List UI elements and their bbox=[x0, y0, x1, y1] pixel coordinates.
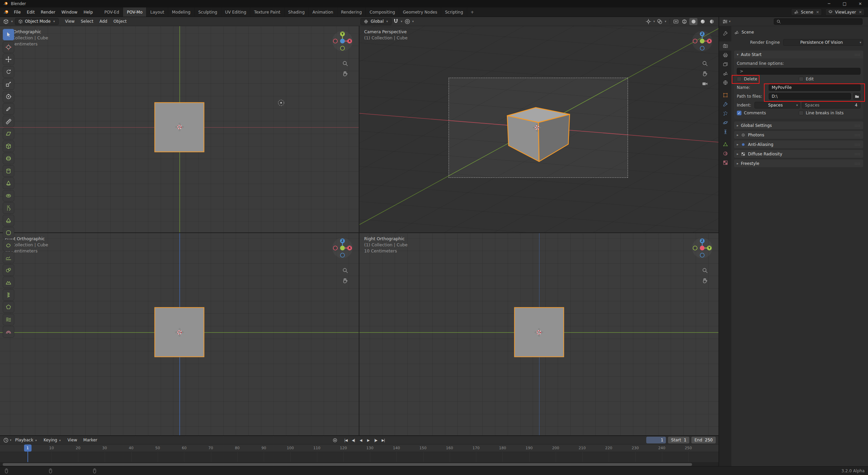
command-line-input[interactable]: > bbox=[737, 68, 861, 75]
tool-add-prism[interactable] bbox=[3, 215, 14, 226]
tool-add-rainbow[interactable] bbox=[3, 326, 14, 338]
vp-menu-select[interactable]: Select bbox=[78, 18, 96, 25]
tool-add-spring[interactable] bbox=[3, 289, 14, 301]
viewlayer-selector[interactable]: ViewLayer × bbox=[825, 8, 865, 16]
timeline-editor-icon[interactable] bbox=[3, 437, 9, 443]
pan-icon[interactable] bbox=[702, 70, 708, 77]
tool-transform[interactable] bbox=[3, 91, 14, 102]
start-frame-field[interactable]: Start 1 bbox=[668, 437, 689, 443]
tool-add-loft[interactable] bbox=[3, 314, 14, 325]
navigation-gizmo[interactable]: ZX bbox=[691, 30, 713, 52]
properties-tab-modifiers[interactable] bbox=[719, 100, 731, 109]
menu-window[interactable]: Window bbox=[58, 8, 80, 16]
viewport-front-orthographic[interactable]: Front Orthographic (1) Collection | Cube… bbox=[0, 233, 359, 435]
frame-ruler[interactable]: 1020304050607080901001101201301401501601… bbox=[0, 444, 718, 452]
unlink-scene-button[interactable]: × bbox=[816, 10, 819, 14]
workspace-tab-layout[interactable]: Layout bbox=[146, 7, 168, 17]
edit-checkbox[interactable]: Edit bbox=[799, 77, 861, 81]
workspace-tab-uv-editing[interactable]: UV Editing bbox=[221, 7, 251, 17]
tool-move[interactable] bbox=[3, 54, 14, 65]
timeline-play-reverse-button[interactable]: ◀ bbox=[357, 437, 364, 443]
properties-tab-tool[interactable] bbox=[719, 29, 731, 38]
comments-checkbox[interactable]: ✓ Comments bbox=[737, 111, 799, 115]
vp-menu-object[interactable]: Object bbox=[110, 18, 130, 25]
timeline-menu-keying[interactable]: Keying ▾ bbox=[40, 436, 64, 444]
properties-tab-constraints[interactable] bbox=[719, 127, 731, 136]
timeline-menu-view[interactable]: View bbox=[64, 436, 80, 444]
timeline-jump-end-button[interactable]: ▶| bbox=[379, 437, 387, 443]
cube-object[interactable] bbox=[514, 307, 564, 357]
panel-auto-start[interactable]: ▾ Auto Start :::: bbox=[734, 51, 863, 58]
timeline-next-keyframe-button[interactable]: |▶ bbox=[372, 437, 379, 443]
scrollbar-thumb[interactable] bbox=[3, 463, 692, 466]
maximize-button[interactable]: □ bbox=[837, 0, 852, 7]
tool-add-sphere[interactable] bbox=[3, 153, 14, 164]
shading-wireframe-button[interactable] bbox=[680, 18, 688, 25]
properties-tab-render[interactable] bbox=[719, 41, 731, 51]
workspace-tab-rendering[interactable]: Rendering bbox=[337, 7, 366, 17]
zoom-icon[interactable] bbox=[702, 267, 708, 274]
remove-viewlayer-button[interactable]: × bbox=[859, 10, 862, 14]
workspace-tab-compositing[interactable]: Compositing bbox=[366, 7, 399, 17]
orientation-select[interactable]: Global▾ bbox=[360, 18, 392, 25]
proportional-edit-icon[interactable] bbox=[404, 18, 411, 25]
breadcrumb[interactable]: Scene bbox=[734, 29, 863, 36]
render-engine-select[interactable]: Persistence Of Vision ▾ bbox=[783, 39, 863, 46]
properties-editor-icon[interactable] bbox=[722, 18, 728, 25]
properties-tab-physics[interactable] bbox=[719, 118, 731, 127]
workspace-tab-sculpting[interactable]: Sculpting bbox=[195, 7, 221, 17]
gizmos-toggle-icon[interactable] bbox=[645, 18, 652, 25]
tool-add-parametric[interactable] bbox=[3, 252, 14, 263]
properties-tab-material[interactable] bbox=[719, 149, 731, 158]
navigation-gizmo[interactable]: YX bbox=[332, 30, 353, 52]
tool-annotate[interactable] bbox=[3, 103, 14, 115]
workspace-tab-modeling[interactable]: Modeling bbox=[168, 7, 195, 17]
viewport-camera-perspective[interactable]: Camera Perspective (1) Collection | Cube… bbox=[359, 26, 718, 232]
timeline-body[interactable]: 1020304050607080901001101201301401501601… bbox=[0, 444, 718, 462]
delete-checkbox[interactable]: Delete bbox=[737, 77, 799, 81]
blender-menu-icon[interactable] bbox=[3, 9, 9, 15]
tool-scale[interactable] bbox=[3, 78, 14, 90]
tool-add-blob[interactable] bbox=[3, 264, 14, 276]
timeline-menu-marker[interactable]: Marker bbox=[80, 436, 100, 444]
panel-diffuse-radiosity[interactable]: ▸Diffuse Radiosity:::: bbox=[734, 150, 863, 158]
tool-rotate[interactable] bbox=[3, 66, 14, 78]
tool-add-lathe[interactable] bbox=[3, 202, 14, 214]
workspace-tab-scripting[interactable]: Scripting bbox=[441, 7, 467, 17]
properties-search-input[interactable] bbox=[774, 18, 863, 25]
line-breaks-checkbox[interactable]: Line breaks in lists bbox=[799, 111, 861, 115]
viewport-right-orthographic[interactable]: Right Orthographic (1) Collection | Cube… bbox=[359, 233, 718, 435]
properties-tab-world[interactable] bbox=[719, 78, 731, 87]
close-button[interactable]: × bbox=[852, 0, 868, 7]
tool-add-cylinder[interactable] bbox=[3, 165, 14, 177]
zoom-icon[interactable] bbox=[342, 60, 349, 67]
pan-icon[interactable] bbox=[702, 277, 708, 284]
overlays-toggle-icon[interactable] bbox=[656, 18, 663, 25]
tool-add-heightfield[interactable] bbox=[3, 277, 14, 288]
tool-add-plane[interactable] bbox=[3, 128, 14, 139]
cube-object[interactable] bbox=[155, 102, 204, 152]
properties-tab-object[interactable] bbox=[719, 91, 731, 100]
tool-add-torus[interactable] bbox=[3, 190, 14, 202]
cube-object[interactable] bbox=[155, 307, 204, 357]
minimize-button[interactable]: ─ bbox=[821, 0, 837, 7]
auto-keying-icon[interactable] bbox=[332, 437, 338, 443]
shading-solid-button[interactable] bbox=[689, 18, 697, 25]
properties-tab-texture[interactable] bbox=[719, 158, 731, 167]
folder-browse-button[interactable] bbox=[853, 93, 861, 100]
timeline-prev-keyframe-button[interactable]: ◀| bbox=[350, 437, 357, 443]
shading-rendered-button[interactable] bbox=[708, 18, 716, 25]
workspace-tab-animation[interactable]: Animation bbox=[309, 7, 337, 17]
panel-anti-aliasing[interactable]: ▸Anti-Aliasing:::: bbox=[734, 140, 863, 148]
shading-material-button[interactable] bbox=[698, 18, 707, 25]
menu-help[interactable]: Help bbox=[80, 8, 96, 16]
tool-add-superellipsoid[interactable] bbox=[3, 227, 14, 239]
properties-tab-object-data[interactable] bbox=[719, 140, 731, 149]
snap-toggle-icon[interactable] bbox=[393, 18, 399, 25]
workspace-tab-shading[interactable]: Shading bbox=[284, 7, 309, 17]
navigation-gizmo[interactable]: ZY bbox=[691, 237, 713, 259]
cube-object[interactable] bbox=[507, 107, 571, 163]
playhead[interactable]: 1 bbox=[24, 444, 32, 452]
workspace-tab-geometry-nodes[interactable]: Geometry Nodes bbox=[399, 7, 441, 17]
pan-icon[interactable] bbox=[342, 277, 349, 284]
